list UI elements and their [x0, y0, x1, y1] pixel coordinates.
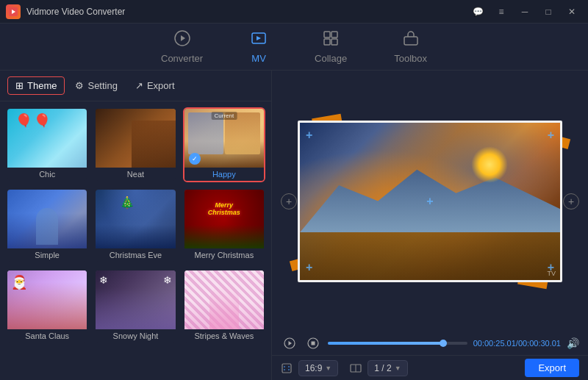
add-circle-right[interactable]: +	[563, 193, 579, 209]
theme-thumb-merry-christmas: MerryChristmas	[184, 190, 264, 248]
theme-check-happy: ✓	[189, 153, 201, 165]
theme-item-santa-claus[interactable]: 🎅 Santa Claus	[6, 269, 88, 344]
theme-label-chic: Chic	[7, 168, 87, 181]
minimize-button[interactable]: ─	[514, 4, 535, 19]
main-content: ⊞ Theme ⚙ Setting ↗ Export 🎈🎈 Chic	[0, 71, 588, 380]
app-logo	[6, 4, 21, 19]
setting-icon: ⚙	[75, 80, 84, 91]
split-icon	[350, 362, 362, 374]
nav-label-collage: Collage	[315, 53, 347, 64]
theme-thumb-santa-claus: 🎅	[7, 270, 87, 329]
video-frame-wrapper: + + + + + TV	[298, 121, 562, 282]
ratio-arrow: ▼	[325, 365, 331, 372]
volume-icon[interactable]: 🔊	[567, 337, 579, 349]
video-sun	[471, 146, 508, 183]
options-bar: 16:9 ▼ 1 / 2 ▼ Export	[272, 355, 588, 380]
theme-thumb-simple	[7, 190, 87, 248]
add-circle-left[interactable]: +	[281, 193, 297, 209]
theme-grid: 🎈🎈 Chic Neat	[0, 101, 271, 380]
stop-button[interactable]	[304, 336, 322, 351]
theme-label-stripes-waves: Stripes & Waves	[184, 329, 264, 343]
progress-fill	[328, 342, 443, 345]
ratio-select[interactable]: 16:9 ▼	[298, 360, 338, 376]
svg-rect-5	[324, 32, 330, 37]
nav-item-collage[interactable]: Collage	[306, 25, 356, 68]
right-panel: + + + + + + TV	[272, 71, 588, 380]
nav-item-converter[interactable]: Converter	[152, 25, 212, 68]
mv-icon	[250, 29, 268, 50]
frame-plus-bl: +	[306, 261, 312, 274]
split-arrow: ▼	[395, 365, 401, 372]
nav-label-toolbox: Toolbox	[394, 53, 427, 64]
setting-tab[interactable]: ⚙ Setting	[68, 77, 124, 94]
play-button[interactable]	[281, 336, 298, 351]
menu-button[interactable]: ≡	[491, 4, 512, 19]
split-select[interactable]: 1 / 2 ▼	[368, 360, 407, 376]
close-button[interactable]: ✕	[562, 4, 582, 19]
frame-plus-mc: +	[426, 195, 433, 208]
svg-rect-13	[312, 342, 315, 345]
theme-item-neat[interactable]: Neat	[94, 107, 176, 182]
preview-area: + + + + + + TV	[272, 71, 588, 331]
time-display: 00:00:25.01/00:00:30.01	[473, 339, 561, 348]
theme-item-snowy-night[interactable]: ❄ ❄ Snowy Night	[94, 269, 176, 344]
svg-rect-8	[331, 39, 337, 45]
add-left-btn[interactable]: +	[281, 193, 297, 209]
controls-bar: 00:00:25.01/00:00:30.01 🔊	[272, 331, 588, 355]
nav-label-mv: MV	[251, 53, 266, 64]
theme-grid-icon: ⊞	[15, 80, 24, 91]
sub-nav: ⊞ Theme ⚙ Setting ↗ Export	[0, 71, 271, 101]
theme-thumb-neat	[96, 109, 175, 168]
ratio-icon	[281, 362, 293, 374]
theme-thumb-snowy-night: ❄ ❄	[96, 270, 175, 329]
nav-item-toolbox[interactable]: Toolbox	[385, 25, 436, 68]
theme-label-santa-claus: Santa Claus	[7, 329, 87, 343]
theme-thumb-stripes-waves	[184, 270, 264, 329]
theme-label-simple: Simple	[7, 248, 87, 262]
frame-plus-tl: +	[306, 129, 312, 142]
svg-rect-14	[282, 364, 291, 373]
theme-label-neat: Neat	[96, 168, 175, 181]
theme-item-happy[interactable]: Current ✓ Happy	[183, 107, 265, 182]
theme-label-snowy-night: Snowy Night	[96, 329, 175, 343]
title-bar: Vidmore Video Converter 💬 ≡ ─ □ ✕	[0, 0, 588, 24]
theme-thumb-chic: 🎈🎈	[7, 109, 87, 168]
svg-rect-7	[324, 39, 330, 45]
nav-item-mv[interactable]: MV	[241, 25, 276, 68]
theme-label-merry-christmas: Merry Christmas	[184, 248, 264, 262]
collage-icon	[322, 29, 340, 50]
video-water	[300, 232, 560, 279]
theme-item-simple[interactable]: Simple	[6, 188, 88, 263]
converter-icon	[173, 29, 191, 50]
title-bar-controls: 💬 ≡ ─ □ ✕	[467, 4, 582, 19]
chat-button[interactable]: 💬	[467, 4, 488, 19]
svg-marker-11	[289, 341, 293, 345]
app-title: Vidmore Video Converter	[26, 7, 125, 17]
theme-item-stripes-waves[interactable]: Stripes & Waves	[183, 269, 265, 344]
theme-thumb-christmas-eve: 🎄	[96, 190, 175, 248]
left-panel: ⊞ Theme ⚙ Setting ↗ Export 🎈🎈 Chic	[0, 71, 272, 380]
video-watermark: TV	[547, 270, 556, 277]
frame-plus-tr: +	[548, 129, 554, 142]
theme-label-happy: Happy	[184, 168, 264, 181]
theme-tab[interactable]: ⊞ Theme	[7, 76, 65, 95]
toolbox-icon	[402, 29, 420, 50]
svg-rect-6	[331, 32, 337, 37]
nav-bar: Converter MV Collage Toolb	[0, 24, 588, 71]
theme-item-merry-christmas[interactable]: MerryChristmas Merry Christmas	[183, 188, 265, 263]
theme-item-christmas-eve[interactable]: 🎄 Christmas Eve	[94, 188, 176, 263]
add-right-btn[interactable]: +	[563, 193, 579, 209]
nav-label-converter: Converter	[161, 53, 203, 64]
svg-rect-9	[404, 37, 417, 45]
video-frame: + + + + + TV	[298, 121, 562, 282]
theme-item-chic[interactable]: 🎈🎈 Chic	[6, 107, 88, 182]
svg-marker-3	[181, 35, 185, 41]
progress-bar[interactable]	[328, 342, 467, 345]
export-icon: ↗	[135, 80, 143, 91]
progress-knob[interactable]	[440, 340, 447, 347]
title-bar-left: Vidmore Video Converter	[6, 4, 125, 19]
theme-label-christmas-eve: Christmas Eve	[96, 248, 175, 262]
export-tab[interactable]: ↗ Export	[128, 77, 182, 94]
maximize-button[interactable]: □	[538, 4, 559, 19]
export-button[interactable]: Export	[525, 359, 579, 377]
